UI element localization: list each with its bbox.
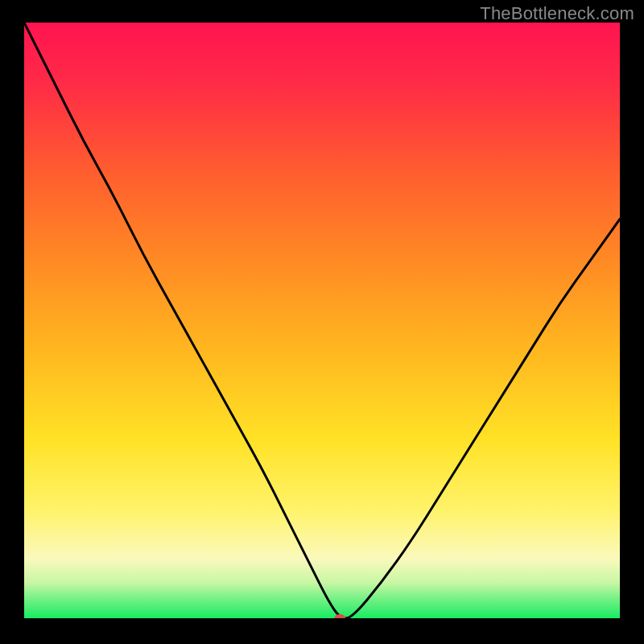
plot-frame	[24, 23, 620, 618]
chart-svg	[24, 23, 620, 618]
watermark: TheBottleneck.com	[480, 3, 634, 24]
gradient-background	[24, 23, 620, 618]
